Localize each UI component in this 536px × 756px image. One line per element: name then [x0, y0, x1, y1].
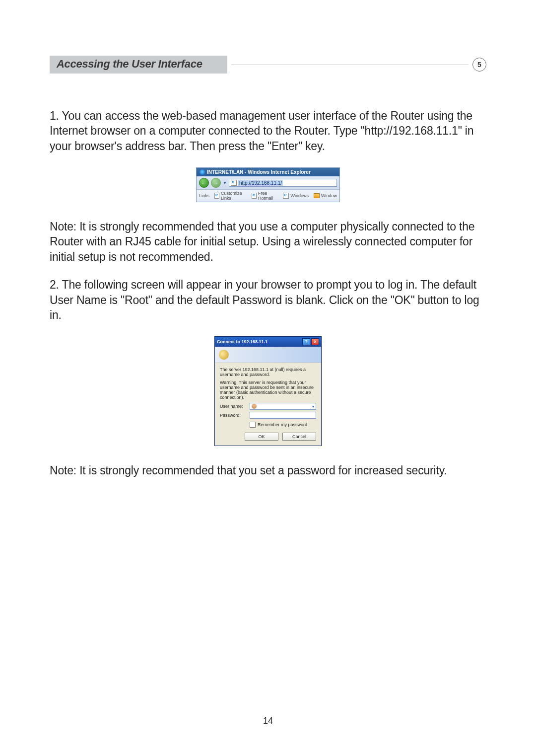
- remember-checkbox[interactable]: [250, 422, 256, 428]
- links-label: Links: [199, 193, 209, 198]
- history-dropdown-icon[interactable]: ▼: [223, 181, 227, 185]
- page-icon: [214, 193, 219, 199]
- link-customize[interactable]: Customize Links: [214, 191, 247, 201]
- dialog-body: The server 192.168.11.1 at (null) requir…: [215, 363, 321, 446]
- page-number: 14: [0, 716, 536, 726]
- remember-label: Remember my password: [258, 422, 307, 427]
- browser-toolbar: ← → ▼ http://192.168.11.1/: [197, 176, 339, 190]
- section-title: Accessing the User Interface: [50, 56, 227, 74]
- figure-browser-bar: INTERNET/LAN - Windows Internet Explorer…: [50, 167, 486, 202]
- dialog-msg-2: Warning: This server is requesting that …: [220, 380, 316, 400]
- link-hotmail[interactable]: Free Hotmail: [252, 191, 278, 201]
- password-label: Password:: [220, 413, 250, 418]
- links-toolbar: Links Customize Links Free Hotmail Windo…: [197, 190, 339, 202]
- section-number: 5: [472, 58, 486, 72]
- mail-icon: [314, 193, 320, 198]
- page-icon: [283, 193, 289, 199]
- page-icon: [231, 180, 237, 186]
- page-icon: [252, 193, 257, 199]
- manual-page: Accessing the User Interface 5 1. You ca…: [0, 0, 536, 756]
- back-button[interactable]: ←: [199, 178, 209, 188]
- ok-button[interactable]: OK: [245, 433, 278, 441]
- dialog-title-text: Connect to 192.168.11.1: [217, 339, 268, 344]
- figure-auth-dialog: Connect to 192.168.11.1 ? × The server 1…: [50, 336, 486, 446]
- browser-titlebar: INTERNET/LAN - Windows Internet Explorer: [197, 168, 339, 176]
- note-2-text: Note: It is strongly recommended that yo…: [50, 463, 486, 478]
- dialog-msg-1: The server 192.168.11.1 at (null) requir…: [220, 367, 316, 377]
- dialog-titlebar: Connect to 192.168.11.1 ? ×: [215, 337, 321, 347]
- link-window2[interactable]: Window: [314, 193, 337, 198]
- forward-button[interactable]: →: [211, 178, 221, 188]
- note-1-text: Note: It is strongly recommended that yo…: [50, 219, 486, 264]
- help-button[interactable]: ?: [302, 338, 310, 345]
- section-rule: [231, 65, 469, 65]
- browser-window: INTERNET/LAN - Windows Internet Explorer…: [196, 167, 340, 202]
- address-bar[interactable]: http://192.168.11.1/: [229, 179, 337, 187]
- password-input[interactable]: [250, 412, 316, 419]
- username-input[interactable]: ▾: [250, 403, 316, 410]
- dialog-banner: [215, 347, 321, 363]
- link-windows[interactable]: Windows: [283, 193, 309, 199]
- close-button[interactable]: ×: [311, 338, 319, 345]
- ie-icon: [200, 169, 205, 175]
- url-text: http://192.168.11.1/: [238, 180, 283, 186]
- user-icon: [252, 404, 257, 409]
- cancel-button[interactable]: Cancel: [282, 433, 316, 441]
- username-label: User name:: [220, 404, 250, 409]
- keys-icon: [217, 348, 230, 361]
- step-2-text: 2. The following screen will appear in y…: [50, 277, 486, 322]
- step-1-text: 1. You can access the web-based manageme…: [50, 108, 486, 153]
- section-header: Accessing the User Interface 5: [50, 56, 486, 74]
- auth-dialog: Connect to 192.168.11.1 ? × The server 1…: [214, 336, 322, 446]
- chevron-down-icon[interactable]: ▾: [312, 404, 314, 409]
- browser-window-title: INTERNET/LAN - Windows Internet Explorer: [207, 169, 311, 175]
